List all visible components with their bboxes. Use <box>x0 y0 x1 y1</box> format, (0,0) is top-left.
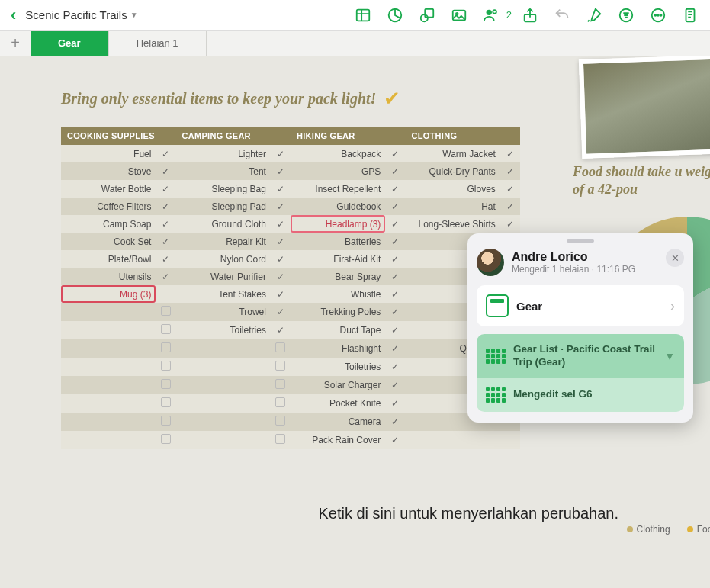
check-cell[interactable] <box>271 394 291 413</box>
check-cell[interactable] <box>156 321 175 339</box>
item-cell[interactable]: Long-Sleeve Shirts <box>405 215 500 233</box>
check-cell[interactable]: ✓ <box>385 268 405 285</box>
insert-media-icon[interactable] <box>445 5 473 26</box>
check-cell[interactable] <box>156 339 175 358</box>
check-cell[interactable]: ✓ <box>500 180 520 198</box>
table-link-card[interactable]: Gear List · Pacific Coast Trail Trip (Ge… <box>477 334 684 378</box>
check-cell[interactable]: ✓ <box>500 162 520 180</box>
insert-shape-icon[interactable] <box>413 5 441 26</box>
item-cell[interactable] <box>175 376 270 394</box>
item-cell[interactable]: Trekking Poles <box>291 303 385 321</box>
table-row[interactable]: Mug (3)Tent Stakes✓Whistle✓ <box>61 285 520 303</box>
table-row[interactable]: Camera✓ <box>61 413 520 431</box>
check-column-header[interactable] <box>156 127 175 145</box>
item-cell[interactable]: Nylon Cord <box>175 250 270 268</box>
check-cell[interactable]: ✓ <box>271 250 291 268</box>
check-cell[interactable]: ✓ <box>385 145 405 162</box>
item-cell[interactable]: Toiletries <box>291 358 385 376</box>
column-header[interactable]: COOKING SUPPLIES <box>61 127 156 145</box>
item-cell[interactable]: Sleeping Pad <box>175 198 270 215</box>
check-cell[interactable] <box>271 431 291 449</box>
table-row[interactable]: Fuel✓Lighter✓Backpack✓Warm Jacket✓ <box>61 145 520 162</box>
item-cell[interactable]: Trowel <box>175 303 270 321</box>
table-row[interactable]: Water Bottle✓Sleeping Bag✓Insect Repelle… <box>61 180 520 198</box>
sheet-link-card[interactable]: Gear › <box>477 285 684 326</box>
check-cell[interactable]: ✓ <box>271 215 291 233</box>
tab-helaian-1[interactable]: Helaian 1 <box>109 31 207 56</box>
check-column-header[interactable] <box>500 127 520 145</box>
item-cell[interactable]: Bear Spray <box>291 268 385 285</box>
drag-handle[interactable] <box>567 239 594 243</box>
item-cell[interactable] <box>61 358 156 376</box>
check-cell[interactable] <box>271 358 291 376</box>
item-cell[interactable]: Stove <box>61 162 156 180</box>
item-cell[interactable] <box>61 321 156 339</box>
item-cell[interactable] <box>61 413 156 431</box>
check-cell[interactable] <box>500 431 520 449</box>
check-cell[interactable]: ✓ <box>271 321 291 339</box>
item-cell[interactable]: Water Purifier <box>175 268 270 285</box>
item-cell[interactable]: Tent Stakes <box>175 285 270 303</box>
table-row[interactable]: Utensils✓Water Purifier✓Bear Spray✓ <box>61 268 520 285</box>
item-cell[interactable] <box>61 431 156 449</box>
check-cell[interactable]: ✓ <box>156 180 175 198</box>
item-cell[interactable]: Whistle <box>291 285 385 303</box>
check-cell[interactable]: ✓ <box>271 180 291 198</box>
column-header[interactable]: CAMPING GEAR <box>175 127 270 145</box>
check-cell[interactable]: ✓ <box>385 285 405 303</box>
check-cell[interactable]: ✓ <box>385 162 405 180</box>
tab-gear[interactable]: Gear <box>31 31 109 56</box>
item-cell[interactable] <box>175 394 270 413</box>
item-cell[interactable]: Sleeping Bag <box>175 180 270 198</box>
more-icon[interactable] <box>644 5 672 26</box>
table-row[interactable]: Pack Rain Cover✓ <box>61 431 520 449</box>
edit-action-card[interactable]: Mengedit sel G6 <box>477 378 684 412</box>
table-row[interactable]: Pocket Knife✓ <box>61 394 520 413</box>
column-header[interactable]: HIKING GEAR <box>291 127 385 145</box>
check-cell[interactable] <box>156 413 175 431</box>
collaboration-icon[interactable] <box>477 5 505 26</box>
table-row[interactable]: Solar Charger✓ <box>61 376 520 394</box>
item-cell[interactable]: Lighter <box>175 145 270 162</box>
check-cell[interactable]: ✓ <box>156 162 175 180</box>
check-cell[interactable]: ✓ <box>271 285 291 303</box>
item-cell[interactable]: Repair Kit <box>175 233 270 250</box>
gear-table[interactable]: COOKING SUPPLIESCAMPING GEARHIKING GEARC… <box>61 127 520 449</box>
item-cell[interactable]: Pocket Knife <box>291 394 385 413</box>
back-button[interactable]: ‹ <box>6 5 21 25</box>
table-row[interactable]: Camp Soap✓Ground Cloth✓Headlamp (3)✓Long… <box>61 215 520 233</box>
check-cell[interactable]: ✓ <box>385 198 405 215</box>
check-cell[interactable]: ✓ <box>500 198 520 215</box>
check-cell[interactable]: ✓ <box>156 215 175 233</box>
check-cell[interactable]: ✓ <box>385 376 405 394</box>
item-cell[interactable]: Utensils <box>61 268 156 285</box>
check-cell[interactable] <box>156 394 175 413</box>
item-cell[interactable]: Warm Jacket <box>405 145 500 162</box>
item-cell[interactable] <box>175 431 270 449</box>
check-cell[interactable]: ✓ <box>385 394 405 413</box>
table-row[interactable]: Flashlight✓Quick-Dr <box>61 339 520 358</box>
check-cell[interactable]: ✓ <box>385 303 405 321</box>
check-cell[interactable]: ✓ <box>385 413 405 431</box>
item-cell[interactable]: GPS <box>291 162 385 180</box>
item-cell[interactable]: Cook Set <box>61 233 156 250</box>
item-cell[interactable]: Camera <box>291 413 385 431</box>
item-cell[interactable] <box>61 303 156 321</box>
item-cell[interactable] <box>175 413 270 431</box>
check-cell[interactable]: ✓ <box>385 339 405 358</box>
check-cell[interactable] <box>156 303 175 321</box>
item-cell[interactable]: Water Bottle <box>61 180 156 198</box>
undo-icon[interactable] <box>548 5 576 26</box>
format-brush-icon[interactable] <box>580 5 608 26</box>
item-cell[interactable]: Coffee Filters <box>61 198 156 215</box>
table-row[interactable]: Toiletries✓Sung <box>61 358 520 376</box>
table-row[interactable]: Stove✓Tent✓GPS✓Quick-Dry Pants✓ <box>61 162 520 180</box>
item-cell[interactable]: Gloves <box>405 180 500 198</box>
check-cell[interactable] <box>156 431 175 449</box>
close-button[interactable]: ✕ <box>666 249 684 267</box>
item-cell[interactable]: Ground Cloth <box>175 215 270 233</box>
check-cell[interactable]: ✓ <box>271 233 291 250</box>
check-cell[interactable]: ✓ <box>156 233 175 250</box>
item-cell[interactable]: Mug (3) <box>61 285 156 303</box>
table-row[interactable]: Cook Set✓Repair Kit✓Batteries✓Ra <box>61 233 520 250</box>
